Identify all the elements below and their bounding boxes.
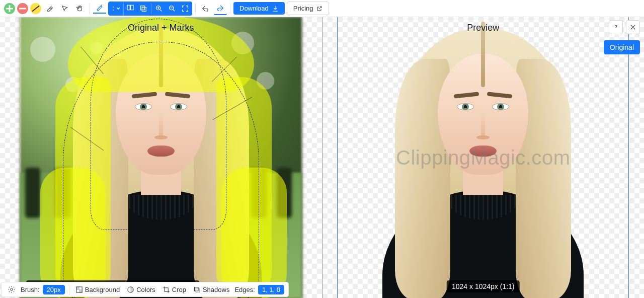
undo-button[interactable] (199, 2, 212, 15)
bottom-toolbar: Brush: 20px Background Colors Crop Shado… (1, 282, 289, 297)
add-mark-tool[interactable] (4, 3, 15, 14)
preview-canvas[interactable]: ClippingMagic.com Preview 1024 x 1024px … (337, 17, 629, 298)
gear-icon (8, 285, 16, 293)
main-split: Original + Marks light hair color model,… (0, 17, 644, 298)
svg-rect-5 (142, 7, 146, 11)
side-by-side-icon[interactable] (124, 2, 137, 15)
top-toolbar: Download Pricing (0, 0, 644, 17)
fit-screen-button[interactable] (179, 2, 192, 15)
redo-button[interactable] (214, 2, 227, 15)
brush-size-value[interactable]: 20px (43, 285, 65, 294)
overlay-view-icon[interactable] (137, 2, 150, 15)
pricing-button[interactable]: Pricing (287, 2, 329, 15)
edges-label: Edges: (234, 286, 255, 293)
shadows-icon (193, 286, 201, 293)
zoom-out-button[interactable] (166, 2, 179, 15)
colors-icon (127, 286, 134, 293)
help-button[interactable] (609, 20, 623, 34)
svg-rect-14 (196, 288, 200, 292)
crop-icon (163, 286, 170, 293)
question-icon (612, 24, 619, 31)
separator (90, 3, 90, 14)
subject (53, 24, 269, 298)
hair-tool[interactable] (30, 3, 41, 14)
pricing-label: Pricing (293, 5, 313, 12)
sword-tool[interactable] (93, 3, 106, 14)
svg-rect-10 (76, 286, 79, 289)
download-icon (272, 5, 279, 12)
preview-pane[interactable]: Original (323, 17, 645, 298)
download-button[interactable]: Download (233, 2, 285, 15)
svg-rect-13 (194, 287, 198, 291)
close-button[interactable] (626, 20, 640, 34)
original-pane[interactable]: Original + Marks light hair color model,… (0, 17, 323, 298)
separator (151, 3, 151, 14)
svg-point-1 (113, 10, 114, 11)
svg-point-0 (113, 7, 114, 8)
watermark: ClippingMagic.com (396, 146, 570, 169)
original-canvas[interactable]: Original + Marks light hair color model,… (20, 17, 302, 298)
remove-mark-tool[interactable] (17, 3, 28, 14)
background-button[interactable]: Background (73, 285, 122, 294)
scalpel-tool[interactable] (58, 2, 71, 15)
separator (195, 3, 196, 14)
svg-rect-11 (79, 289, 82, 292)
download-label: Download (239, 5, 269, 12)
colors-button[interactable]: Colors (125, 285, 157, 294)
view-group (108, 2, 192, 16)
original-toggle[interactable]: Original (604, 40, 640, 54)
crop-button[interactable]: Crop (160, 285, 188, 294)
zoom-in-button[interactable] (152, 2, 166, 15)
svg-rect-3 (131, 5, 133, 10)
svg-rect-2 (127, 5, 130, 10)
close-icon (629, 24, 636, 31)
settings-button[interactable] (6, 283, 18, 295)
view-mode-dropdown[interactable] (109, 2, 124, 15)
pane-title: Original + Marks (128, 23, 194, 33)
shadows-button[interactable]: Shadows (191, 285, 231, 294)
external-link-icon (316, 6, 323, 12)
brush-label: Brush: (21, 286, 40, 293)
pan-tool[interactable] (73, 2, 87, 15)
svg-rect-4 (141, 6, 145, 10)
pane-title: Preview (467, 23, 499, 33)
separator (69, 284, 69, 295)
edges-value[interactable]: 1, 1, 0 (258, 285, 284, 294)
svg-point-8 (11, 288, 13, 290)
background-icon (75, 286, 83, 293)
separator (230, 3, 230, 14)
dimensions-chip: 1024 x 1024px (1:1) (447, 280, 520, 292)
eraser-tool[interactable] (43, 2, 56, 15)
